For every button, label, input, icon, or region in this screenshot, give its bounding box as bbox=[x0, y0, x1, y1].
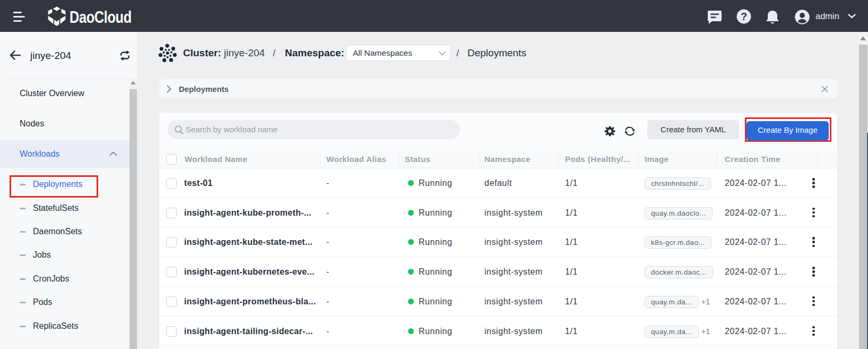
svg-text:?: ? bbox=[741, 11, 747, 22]
